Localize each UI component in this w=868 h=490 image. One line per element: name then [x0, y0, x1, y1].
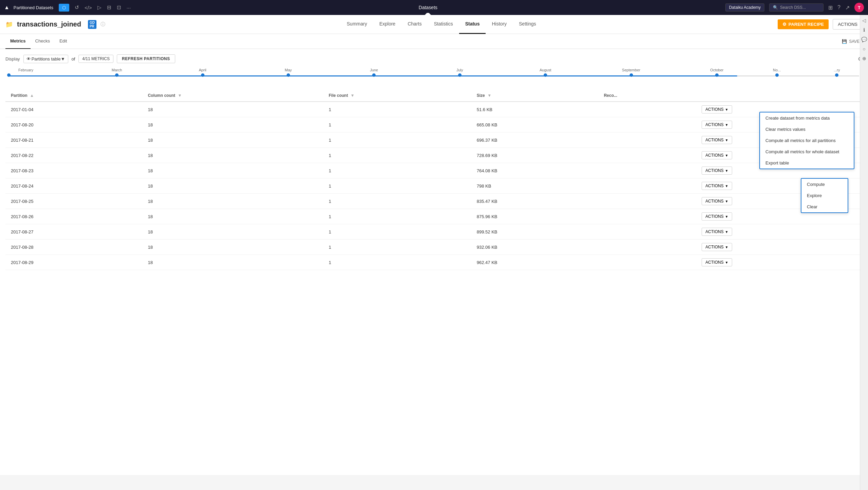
- partitions-table-select[interactable]: 👁 Partitions table ▼: [23, 55, 68, 63]
- timeline-label-1: March: [112, 68, 122, 72]
- row-actions-button[interactable]: ACTIONS▼: [702, 105, 732, 113]
- timeline-dot-0[interactable]: [7, 73, 11, 77]
- top-nav: ▲ Partitioned Datasets ⬡ ↺ </> ▷ ⊟ ⊡ ···…: [0, 0, 868, 15]
- timeline-dot-5[interactable]: [458, 73, 462, 77]
- timeline-label-2: April: [199, 68, 206, 72]
- table-row: 2017-08-25181835.47 KBACTIONS▼: [5, 194, 863, 209]
- timeline-dot-10[interactable]: [835, 73, 838, 77]
- chevron-icon: ▼: [725, 108, 728, 111]
- row-actions-button[interactable]: ACTIONS▼: [702, 212, 732, 221]
- info-icon[interactable]: ⓘ: [101, 21, 105, 28]
- code-icon[interactable]: </>: [85, 5, 92, 11]
- table-row: 2017-08-22181728.69 KBACTIONS▼: [5, 148, 863, 163]
- timeline-dot-6[interactable]: [544, 73, 547, 77]
- row-actions-button[interactable]: ACTIONS▼: [702, 197, 732, 205]
- gear-menu-item-4[interactable]: Export table: [760, 157, 854, 169]
- col-header-partition[interactable]: Partition ▲: [5, 90, 142, 102]
- row-actions-button[interactable]: ACTIONS▼: [702, 182, 732, 190]
- col-header-reco: Reco...: [598, 90, 696, 102]
- run-icon[interactable]: ▷: [97, 4, 102, 11]
- sort-partition-icon: ▲: [30, 93, 34, 98]
- tab-status[interactable]: Status: [459, 15, 486, 34]
- timeline-dot-7[interactable]: [630, 73, 633, 77]
- gear-menu-item-2[interactable]: Compute all metrics for all partitions: [760, 135, 854, 146]
- monitor-icon[interactable]: ⊡: [117, 4, 121, 11]
- search-box[interactable]: 🔍 Search DSS...: [769, 3, 824, 12]
- gear-menu-item-0[interactable]: Create dataset from metrics data: [760, 112, 854, 124]
- datasets-link[interactable]: Datasets: [419, 5, 437, 10]
- refresh-partitions-button[interactable]: REFRESH PARTITIONS: [117, 54, 175, 63]
- col-header-column-count[interactable]: Column count ▼: [142, 90, 323, 102]
- sidebar-info-icon[interactable]: ℹ: [863, 27, 865, 33]
- academy-button[interactable]: Dataiku Academy: [725, 3, 764, 12]
- table-row: 2017-08-23181764.08 KBACTIONS▼: [5, 163, 863, 178]
- flow-button[interactable]: ⬡: [59, 4, 69, 12]
- sub-tabs: Metrics Checks Edit 💾 SAVED: [0, 34, 868, 49]
- row-actions-button[interactable]: ACTIONS▼: [702, 228, 732, 236]
- tab-explore[interactable]: Explore: [373, 15, 401, 34]
- table-row: 2017-08-24181798 KBACTIONS▼: [5, 178, 863, 194]
- tab-charts[interactable]: Charts: [401, 15, 428, 34]
- avatar[interactable]: T: [854, 3, 864, 12]
- partitions-table: Partition ▲ Column count ▼ File count ▼ …: [5, 90, 863, 270]
- more-icon[interactable]: ···: [127, 5, 131, 11]
- folder-icon: 📁: [5, 21, 13, 28]
- timeline-dot-3[interactable]: [287, 73, 290, 77]
- apps-icon[interactable]: ⊞: [828, 4, 833, 11]
- table-row: 2017-08-28181932.06 KBACTIONS▼: [5, 240, 863, 255]
- tab-history[interactable]: History: [486, 15, 513, 34]
- row-actions-button[interactable]: ACTIONS▼: [702, 136, 732, 144]
- row-action-compute[interactable]: Compute: [801, 179, 848, 190]
- tab-settings[interactable]: Settings: [513, 15, 542, 34]
- sidebar-collapse-icon[interactable]: ◁: [862, 18, 866, 23]
- select-value: Partitions table: [32, 56, 61, 62]
- gdpr-badge: GDPR: [88, 20, 96, 29]
- row-action-explore[interactable]: Explore: [801, 190, 848, 201]
- gear-menu-item-3[interactable]: Compute all metrics for whole dataset: [760, 146, 854, 157]
- chevron-icon: ▼: [725, 261, 728, 264]
- timeline-dot-4[interactable]: [372, 73, 376, 77]
- subtab-checks[interactable]: Checks: [31, 34, 55, 49]
- parent-recipe-button[interactable]: ⚙ PARENT RECIPE: [778, 19, 829, 29]
- gear-menu-item-1[interactable]: Clear metrics values: [760, 124, 854, 135]
- trend-icon[interactable]: ↗: [845, 4, 850, 11]
- table-row: 2017-08-21181696.37 KBACTIONS▼: [5, 133, 863, 148]
- actions-button[interactable]: ACTIONS: [833, 19, 863, 30]
- nav-right: Dataiku Academy 🔍 Search DSS... ⊞ ? ↗ T: [725, 3, 864, 12]
- timeline-dot-2[interactable]: [201, 73, 204, 77]
- row-actions-button[interactable]: ACTIONS▼: [702, 258, 732, 266]
- col-header-file-count[interactable]: File count ▼: [323, 90, 471, 102]
- row-actions-button[interactable]: ACTIONS▼: [702, 243, 732, 251]
- flow-icon: ⬡: [62, 5, 66, 10]
- subtab-edit[interactable]: Edit: [55, 34, 72, 49]
- saved-button[interactable]: 💾 SAVED: [842, 39, 863, 44]
- row-action-clear[interactable]: Clear: [801, 201, 848, 212]
- tab-statistics[interactable]: Statistics: [428, 15, 459, 34]
- sidebar-chat-icon[interactable]: 💬: [861, 37, 867, 42]
- sidebar-circle-icon[interactable]: ○: [863, 46, 865, 52]
- timeline-dot-1[interactable]: [115, 73, 119, 77]
- chevron-icon: ▼: [725, 169, 728, 173]
- display-label: Display: [5, 56, 20, 62]
- search-icon: 🔍: [773, 5, 778, 10]
- row-actions-button[interactable]: ACTIONS▼: [702, 151, 732, 159]
- tab-summary[interactable]: Summary: [341, 15, 373, 34]
- timeline-label-7: September: [622, 68, 640, 72]
- gear-dropdown: Create dataset from metrics data Clear m…: [759, 112, 854, 169]
- chevron-icon: ▼: [725, 138, 728, 142]
- metrics-badge: 4/11 METRICS: [78, 55, 113, 63]
- partitions-table-container[interactable]: Partition ▲ Column count ▼ File count ▼ …: [5, 87, 863, 270]
- sidebar-tag-icon[interactable]: ⊕: [862, 56, 866, 61]
- subtab-metrics[interactable]: Metrics: [5, 34, 31, 49]
- deploy-icon[interactable]: ⊟: [107, 4, 111, 11]
- row-actions-button[interactable]: ACTIONS▼: [702, 121, 732, 129]
- nav-center: Datasets: [133, 5, 723, 10]
- col-header-size[interactable]: Size ▼: [471, 90, 598, 102]
- timeline-label-8: October: [710, 68, 723, 72]
- timeline-dot-8[interactable]: [715, 73, 719, 77]
- row-actions-button[interactable]: ACTIONS▼: [702, 167, 732, 175]
- refresh-icon[interactable]: ↺: [75, 4, 79, 11]
- timeline-label-0: February: [18, 68, 33, 72]
- timeline-dot-9[interactable]: [775, 73, 779, 77]
- help-icon[interactable]: ?: [837, 4, 840, 11]
